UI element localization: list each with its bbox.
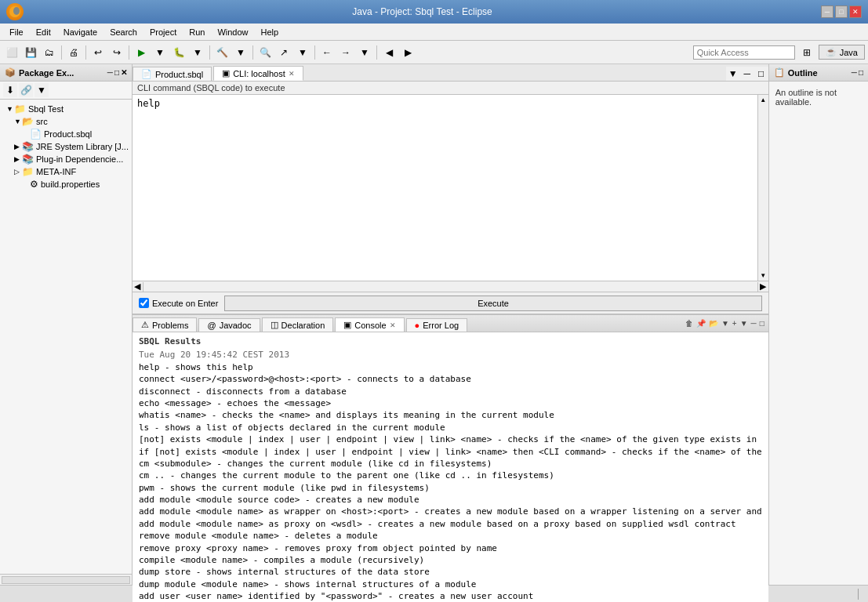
status-divider <box>858 589 859 600</box>
new-console-icon[interactable]: + <box>732 318 738 328</box>
minimize-outline-icon[interactable]: ─ <box>852 68 857 77</box>
maximize-editor-button[interactable]: □ <box>754 67 768 81</box>
ref-dropdown[interactable]: ▼ <box>294 44 311 61</box>
h-scrollbar[interactable] <box>143 282 757 292</box>
open-console-icon[interactable]: 📂 <box>708 318 719 328</box>
menu-run[interactable]: Run <box>183 26 211 38</box>
console-dropdown2-icon[interactable]: ▼ <box>739 318 749 328</box>
declaration-tab-label: Declaration <box>281 321 325 330</box>
run-button[interactable]: ▶ <box>133 44 150 61</box>
build-dropdown[interactable]: ▼ <box>232 44 249 61</box>
execute-checkbox-input[interactable] <box>139 298 149 308</box>
tree-item-src[interactable]: ▼ 📂 src <box>0 115 132 128</box>
next-edit-button[interactable]: ▶ <box>399 44 416 61</box>
collapse-all-button[interactable]: ⬇ <box>3 83 17 97</box>
tree-item-jre[interactable]: ▶ 📚 JRE System Library [J... <box>0 140 132 153</box>
console-tab-close-icon[interactable]: ✕ <box>390 321 396 329</box>
maximize-console-icon[interactable]: □ <box>759 318 765 328</box>
menu-bar: File Edit Navigate Search Project Run Wi… <box>0 24 868 41</box>
expand-metainf-icon: ▷ <box>14 168 22 176</box>
forward-button[interactable]: → <box>337 44 354 61</box>
tab-product-sbql[interactable]: 📄 Product.sbql <box>133 67 212 81</box>
menu-navigate[interactable]: Navigate <box>57 26 104 38</box>
build-button[interactable]: 🔨 <box>213 44 231 61</box>
new-button[interactable]: ⬜ <box>3 44 20 61</box>
save-button[interactable]: 💾 <box>22 44 39 61</box>
panel-header-icons: ─ □ ✕ <box>107 68 127 77</box>
minimize-panel-icon[interactable]: ─ <box>107 68 113 77</box>
console-line: add module <module name> as wrapper on <… <box>139 506 762 517</box>
h-scroll-right-icon[interactable]: ▶ <box>757 282 768 292</box>
minimize-console-icon[interactable]: ─ <box>750 318 757 328</box>
nav-dropdown[interactable]: ▼ <box>356 44 373 61</box>
cli-tab-close-icon[interactable]: ✕ <box>289 70 295 78</box>
tab-console[interactable]: ▣ Console ✕ <box>335 317 404 332</box>
console-line: add module <module name> as proxy on <ws… <box>139 518 762 530</box>
close-button[interactable]: ✕ <box>849 5 862 18</box>
console-header-label: SBQL Results <box>139 335 762 347</box>
pin-console-icon[interactable]: 📌 <box>695 318 706 328</box>
cli-tab-icon: ▣ <box>222 68 230 78</box>
window-controls: ─ □ ✕ <box>821 5 862 18</box>
menu-search[interactable]: Search <box>104 26 143 38</box>
debug-dropdown[interactable]: ▼ <box>189 44 206 61</box>
maximize-panel-icon[interactable]: □ <box>114 68 119 77</box>
perspective-button[interactable]: ⊞ <box>798 44 815 61</box>
tab-problems[interactable]: ⚠ Problems <box>133 317 197 332</box>
console-dropdown-icon[interactable]: ▼ <box>721 318 730 328</box>
back-button[interactable]: ← <box>318 44 336 61</box>
search-button[interactable]: 🔍 <box>256 44 274 61</box>
minimize-button[interactable]: ─ <box>821 5 833 18</box>
menu-help[interactable]: Help <box>255 26 285 38</box>
h-scroll-left-icon[interactable]: ◀ <box>133 282 143 292</box>
console-line: disconnect - disconnects from a database <box>139 386 762 397</box>
tree-item-product[interactable]: 📄 Product.sbql <box>0 128 132 140</box>
console-line: dump module <module name> - shows intern… <box>139 578 762 590</box>
view-menu-button[interactable]: ▼ <box>35 83 49 97</box>
tree-item-build[interactable]: ⚙ build.properties <box>0 178 132 190</box>
tree-item-metainf[interactable]: ▷ 📁 META-INF <box>0 165 132 178</box>
tree-item-sbqltest[interactable]: ▼ 📁 Sbql Test <box>0 103 132 115</box>
console-line: cm .. - changes the current module to th… <box>139 470 762 481</box>
print-button[interactable]: 🖨 <box>65 44 82 61</box>
execute-button[interactable]: Execute <box>224 296 761 311</box>
menu-file[interactable]: File <box>3 26 30 38</box>
file-icon: 📄 <box>30 129 42 140</box>
tab-error-log[interactable]: ● Error Log <box>406 318 468 332</box>
package-scrollbar[interactable] <box>0 574 132 585</box>
outline-title-area: 📋 Outline <box>774 67 818 78</box>
javadoc-tab-label: Javadoc <box>220 321 252 330</box>
expand-jre-icon: ▶ <box>14 143 22 150</box>
execute-on-enter-checkbox[interactable]: Execute on Enter <box>139 298 218 308</box>
save-all-button[interactable]: 🗂 <box>41 44 58 61</box>
menu-edit[interactable]: Edit <box>30 26 57 38</box>
menu-window[interactable]: Window <box>211 26 254 38</box>
clear-console-icon[interactable]: 🗑 <box>685 318 694 328</box>
ref-button[interactable]: ↗ <box>275 44 292 61</box>
vertical-scrollbar[interactable]: ▲ ▼ <box>757 95 768 281</box>
console-timestamp: Tue Aug 20 19:45:42 CEST 2013 <box>139 349 762 361</box>
tab-javadoc[interactable]: @ Javadoc <box>198 318 260 332</box>
quick-access-input[interactable] <box>693 45 795 60</box>
minimize-editor-button[interactable]: ─ <box>740 67 754 81</box>
folder-icon: 📂 <box>22 116 34 127</box>
redo-button[interactable]: ↪ <box>108 44 125 61</box>
java-perspective-button[interactable]: ☕ Java <box>819 45 865 60</box>
link-editor-button[interactable]: 🔗 <box>19 83 33 97</box>
undo-button[interactable]: ↩ <box>89 44 107 61</box>
prev-edit-button[interactable]: ◀ <box>380 44 398 61</box>
run-dropdown[interactable]: ▼ <box>151 44 169 61</box>
maximize-outline-icon[interactable]: □ <box>859 68 863 77</box>
maximize-button[interactable]: □ <box>835 5 848 18</box>
menu-project[interactable]: Project <box>143 26 183 38</box>
tab-cli-localhost[interactable]: ▣ CLI: localhost ✕ <box>213 66 303 81</box>
editor-content: help ▲ ▼ <box>133 95 768 281</box>
tree-item-plugins[interactable]: ▶ 📚 Plug-in Dependencie... <box>0 153 132 165</box>
tab-declaration[interactable]: ◫ Declaration <box>262 317 334 332</box>
console-line: compile <module name> - compiles a modul… <box>139 554 762 566</box>
title-bar: Java - Project: Sbql Test - Eclipse ─ □ … <box>0 0 868 24</box>
debug-button[interactable]: 🐛 <box>170 44 187 61</box>
editor-tab-menu-button[interactable]: ▼ <box>726 67 740 81</box>
close-panel-icon[interactable]: ✕ <box>121 68 127 77</box>
cli-command-input[interactable]: help <box>133 95 768 281</box>
